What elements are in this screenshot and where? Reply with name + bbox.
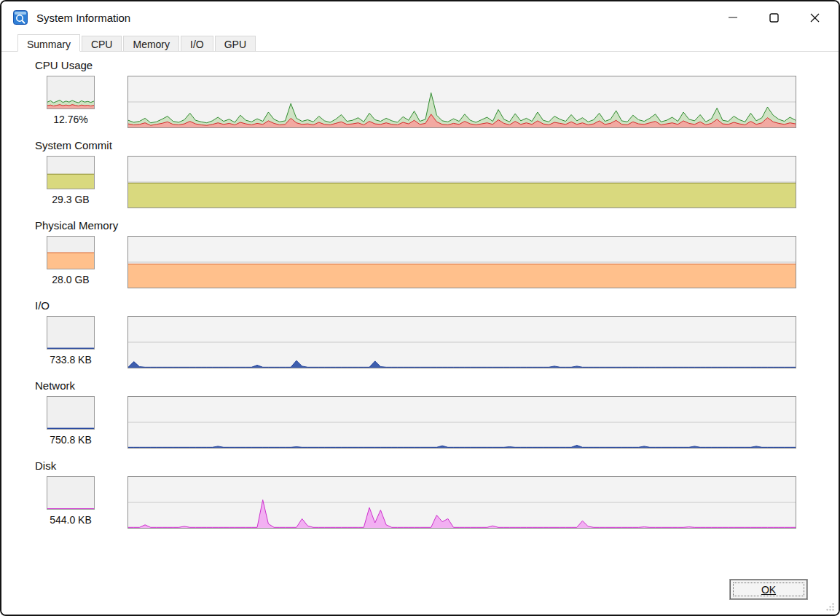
app-icon: [13, 10, 28, 25]
tab-cpu[interactable]: CPU: [82, 36, 122, 51]
physical-memory-mini-graph[interactable]: [47, 236, 95, 269]
section-io: I/O 733.8 KB: [19, 299, 796, 368]
section-system-commit: System Commit 29.3 GB: [19, 139, 796, 208]
section-physical-memory: Physical Memory 28.0 GB: [19, 219, 796, 288]
cpu-usage-history-graph[interactable]: [127, 76, 796, 128]
tab-memory[interactable]: Memory: [123, 36, 179, 51]
io-label: I/O: [35, 299, 796, 312]
window-title: System Information: [36, 12, 130, 24]
minimize-button[interactable]: [716, 1, 750, 33]
disk-label: Disk: [35, 459, 796, 472]
disk-mini-graph[interactable]: [47, 476, 95, 510]
io-mini-graph[interactable]: [47, 316, 95, 350]
maximize-icon: [769, 13, 779, 23]
io-value: 733.8 KB: [47, 354, 95, 366]
ok-button-label: OK: [761, 584, 776, 596]
ok-button-focus-ring: OK: [733, 583, 804, 596]
network-value: 750.8 KB: [47, 434, 95, 446]
disk-history-graph[interactable]: [127, 476, 796, 529]
system-commit-label: System Commit: [35, 139, 796, 151]
cpu-usage-value: 12.76%: [47, 114, 95, 125]
system-commit-mini-graph[interactable]: [47, 156, 95, 189]
section-cpu-usage: CPU Usage 12.76%: [19, 59, 796, 128]
network-history-graph[interactable]: [127, 396, 796, 449]
close-icon: [810, 13, 820, 23]
physical-memory-label: Physical Memory: [35, 219, 796, 232]
system-commit-value: 29.3 GB: [47, 194, 95, 205]
io-history-graph[interactable]: [127, 316, 796, 368]
minimize-icon: [729, 13, 737, 22]
tab-page-summary: CPU Usage 12.76% System Commit 29.3 GB P…: [1, 59, 839, 616]
tab-summary[interactable]: Summary: [17, 34, 80, 52]
system-information-window: System Information Summary CPU Memory I/…: [0, 0, 840, 616]
resize-grip-icon: [825, 602, 835, 612]
window-controls: [716, 1, 839, 33]
physical-memory-history-graph[interactable]: [127, 236, 796, 288]
close-button[interactable]: [798, 1, 831, 33]
network-mini-graph[interactable]: [47, 396, 95, 430]
section-disk: Disk 544.0 KB: [19, 459, 796, 529]
system-commit-history-graph[interactable]: [127, 156, 796, 208]
tab-bar: Summary CPU Memory I/O GPU: [1, 33, 839, 52]
titlebar: System Information: [1, 1, 839, 33]
maximize-button[interactable]: [757, 1, 790, 33]
resize-grip[interactable]: [825, 601, 835, 611]
ok-button[interactable]: OK: [730, 580, 807, 599]
tab-gpu[interactable]: GPU: [215, 36, 256, 51]
tab-io[interactable]: I/O: [181, 36, 213, 51]
cpu-usage-mini-graph[interactable]: [47, 76, 95, 109]
disk-value: 544.0 KB: [47, 514, 95, 526]
physical-memory-value: 28.0 GB: [47, 274, 95, 285]
network-label: Network: [35, 379, 796, 392]
section-network: Network 750.8 KB: [19, 379, 796, 449]
cpu-usage-label: CPU Usage: [35, 59, 796, 71]
